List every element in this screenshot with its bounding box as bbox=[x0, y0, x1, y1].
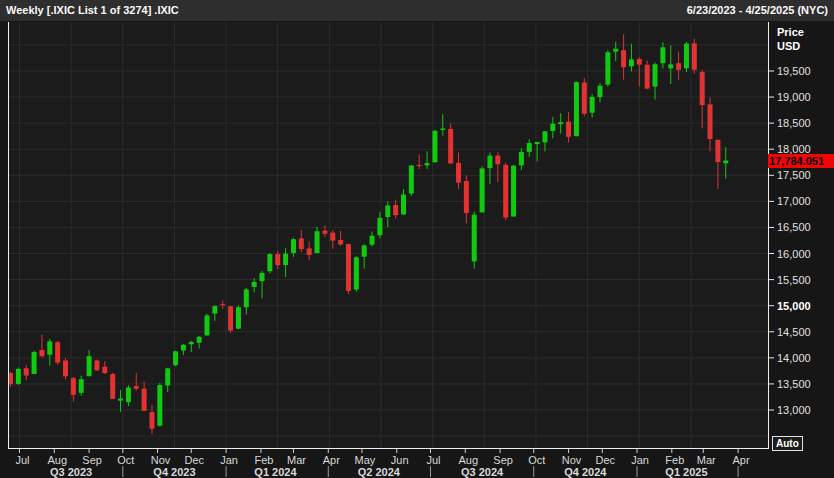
candle-body-up bbox=[668, 64, 673, 68]
candle-body-down bbox=[63, 360, 68, 376]
candle-body-down bbox=[621, 50, 626, 67]
month-label: Oct bbox=[528, 454, 545, 466]
month-label: Dec bbox=[595, 454, 615, 466]
candle-body-up bbox=[205, 315, 210, 335]
candle-body-down bbox=[417, 165, 422, 166]
candle-body-up bbox=[47, 341, 52, 354]
candle-body-down bbox=[715, 140, 720, 162]
candle-body-up bbox=[79, 379, 84, 393]
price-tick-label: 19,000 bbox=[777, 91, 811, 103]
candle-body-down bbox=[566, 122, 571, 137]
candle-body-up bbox=[267, 254, 272, 271]
candle-body-down bbox=[330, 233, 335, 241]
month-label: Sep bbox=[82, 454, 102, 466]
price-tick-label: 15,500 bbox=[777, 274, 811, 286]
month-label: Mar bbox=[287, 454, 306, 466]
candle-body-down bbox=[456, 163, 461, 183]
candle-body-up bbox=[527, 143, 532, 152]
candle-body-up bbox=[629, 59, 634, 66]
candle-body-up bbox=[598, 86, 603, 97]
quarter-label: Q4 2023 bbox=[153, 466, 195, 478]
price-tick-label: 13,500 bbox=[777, 378, 811, 390]
candle-body-up bbox=[87, 356, 92, 376]
price-tick-label: 13,000 bbox=[777, 404, 811, 416]
candle-body-up bbox=[173, 351, 178, 365]
price-tick-label: 15,000 bbox=[777, 300, 811, 312]
auto-scale-button[interactable]: Auto bbox=[772, 436, 803, 451]
candle-body-down bbox=[346, 244, 351, 291]
month-label: Nov bbox=[562, 454, 582, 466]
candle-body-down bbox=[495, 155, 500, 164]
candle-body-down bbox=[299, 238, 304, 249]
quarter-label: Q1 2024 bbox=[254, 466, 297, 478]
quarter-label: Q1 2025 bbox=[665, 466, 707, 478]
candle-body-down bbox=[322, 231, 327, 234]
candle-body-up bbox=[252, 282, 257, 287]
candle-body-down bbox=[55, 342, 60, 362]
candle-body-up bbox=[558, 122, 563, 124]
candlestick-chart[interactable]: 19,50019,00018,50018,00017,50017,00016,5… bbox=[0, 0, 834, 478]
candle-body-up bbox=[574, 82, 579, 136]
candle-body-up bbox=[653, 64, 658, 86]
candle-body-up bbox=[660, 47, 665, 63]
date-range-label: 6/23/2023 - 4/25/2025 (NYC) bbox=[687, 0, 828, 21]
price-tick-label: 16,500 bbox=[777, 221, 811, 233]
candle-body-down bbox=[94, 360, 99, 370]
month-label: Apr bbox=[733, 454, 750, 466]
candle-body-down bbox=[637, 59, 642, 65]
quarter-label: Q3 2024 bbox=[461, 466, 504, 478]
candle-body-down bbox=[24, 368, 29, 375]
candle-body-down bbox=[700, 72, 705, 105]
titlebar: Weekly [.IXIC List 1 of 3274] .IXIC 6/23… bbox=[0, 0, 834, 21]
price-tick-label: 19,500 bbox=[777, 65, 811, 77]
candle-body-up bbox=[684, 44, 689, 69]
candle-body-down bbox=[102, 367, 107, 373]
price-axis-header-line1: Price bbox=[777, 25, 804, 39]
candle-body-down bbox=[307, 248, 312, 255]
candle-body-up bbox=[377, 218, 382, 236]
candle-body-down bbox=[676, 63, 681, 70]
candle-body-up bbox=[362, 245, 367, 256]
candle-body-up bbox=[401, 194, 406, 214]
month-label: Jan bbox=[220, 454, 238, 466]
candle-body-up bbox=[157, 385, 162, 426]
month-label: Jan bbox=[631, 454, 649, 466]
candle-body-up bbox=[315, 231, 320, 253]
candle-body-up bbox=[487, 156, 492, 168]
candle-body-down bbox=[645, 65, 650, 89]
candle-body-down bbox=[448, 129, 453, 164]
candle-body-up bbox=[212, 306, 217, 313]
candle-body-down bbox=[692, 43, 697, 69]
candle-body-up bbox=[283, 254, 288, 265]
price-tick-label: 16,000 bbox=[777, 248, 811, 260]
candle-body-up bbox=[189, 342, 194, 344]
month-label: Jul bbox=[15, 454, 29, 466]
month-label: Jul bbox=[426, 454, 440, 466]
candle-body-up bbox=[432, 131, 437, 162]
month-label: Jun bbox=[391, 454, 409, 466]
candle-body-up bbox=[181, 345, 186, 351]
candle-body-up bbox=[590, 97, 595, 113]
candle-body-down bbox=[142, 389, 147, 411]
month-label: Mar bbox=[697, 454, 716, 466]
price-axis-header-line2: USD bbox=[777, 39, 804, 53]
candle-body-down bbox=[39, 350, 44, 356]
candle-body-down bbox=[464, 181, 469, 213]
month-label: Apr bbox=[323, 454, 340, 466]
month-label: Feb bbox=[665, 454, 684, 466]
candle-body-up bbox=[519, 152, 524, 165]
candle-body-up bbox=[511, 166, 516, 217]
month-label: Dec bbox=[184, 454, 204, 466]
candle-body-up bbox=[260, 273, 265, 281]
candle-body-down bbox=[228, 306, 233, 330]
quarter-label: Q2 2024 bbox=[358, 466, 401, 478]
chart-title: Weekly [.IXIC List 1 of 3274] .IXIC bbox=[6, 0, 179, 21]
candle-body-up bbox=[291, 239, 296, 253]
candle-body-up bbox=[370, 236, 375, 245]
candle-body-up bbox=[32, 352, 37, 374]
price-tick-label: 17,000 bbox=[777, 195, 811, 207]
candle-body-up bbox=[542, 131, 547, 142]
candle-body-down bbox=[275, 254, 280, 265]
candle-body-up bbox=[354, 257, 359, 289]
candle-body-up bbox=[409, 165, 414, 193]
